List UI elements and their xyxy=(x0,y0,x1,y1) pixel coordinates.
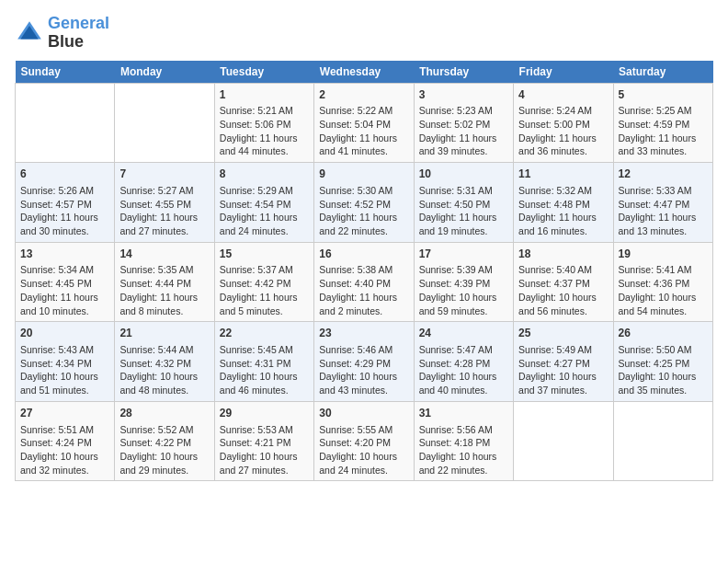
day-number: 13 xyxy=(20,247,109,262)
calendar-cell: 25Sunrise: 5:49 AM Sunset: 4:27 PM Dayli… xyxy=(514,322,613,402)
calendar-table: SundayMondayTuesdayWednesdayThursdayFrid… xyxy=(15,61,713,482)
calendar-cell: 6Sunrise: 5:26 AM Sunset: 4:57 PM Daylig… xyxy=(16,163,115,243)
cell-info: Sunrise: 5:25 AM Sunset: 4:59 PM Dayligh… xyxy=(619,104,708,158)
day-number: 11 xyxy=(518,167,608,182)
day-number: 22 xyxy=(220,326,309,341)
cell-info: Sunrise: 5:26 AM Sunset: 4:57 PM Dayligh… xyxy=(20,184,109,238)
day-number: 9 xyxy=(319,167,408,182)
cell-info: Sunrise: 5:39 AM Sunset: 4:39 PM Dayligh… xyxy=(419,263,508,317)
cell-info: Sunrise: 5:31 AM Sunset: 4:50 PM Dayligh… xyxy=(419,184,508,238)
calendar-cell: 20Sunrise: 5:43 AM Sunset: 4:34 PM Dayli… xyxy=(16,322,115,402)
calendar-cell: 29Sunrise: 5:53 AM Sunset: 4:21 PM Dayli… xyxy=(214,401,313,481)
cell-info: Sunrise: 5:55 AM Sunset: 4:20 PM Dayligh… xyxy=(319,423,408,477)
day-number: 1 xyxy=(220,87,309,103)
calendar-cell: 24Sunrise: 5:47 AM Sunset: 4:28 PM Dayli… xyxy=(414,322,513,402)
weekday-header-monday: Monday xyxy=(115,61,214,84)
cell-info: Sunrise: 5:33 AM Sunset: 4:47 PM Dayligh… xyxy=(619,184,708,238)
day-number: 16 xyxy=(319,247,408,262)
day-number: 29 xyxy=(220,406,309,421)
weekday-header-sunday: Sunday xyxy=(16,61,115,84)
cell-info: Sunrise: 5:32 AM Sunset: 4:48 PM Dayligh… xyxy=(518,184,608,238)
cell-info: Sunrise: 5:41 AM Sunset: 4:36 PM Dayligh… xyxy=(619,263,708,317)
day-number: 30 xyxy=(319,406,408,421)
day-number: 17 xyxy=(419,247,508,262)
weekday-header-friday: Friday xyxy=(514,61,613,84)
calendar-cell: 17Sunrise: 5:39 AM Sunset: 4:39 PM Dayli… xyxy=(414,242,513,322)
cell-info: Sunrise: 5:21 AM Sunset: 5:06 PM Dayligh… xyxy=(220,104,309,158)
logo-text: General Blue xyxy=(48,15,109,52)
day-number: 5 xyxy=(619,87,708,103)
cell-info: Sunrise: 5:50 AM Sunset: 4:25 PM Dayligh… xyxy=(619,343,708,397)
cell-info: Sunrise: 5:43 AM Sunset: 4:34 PM Dayligh… xyxy=(20,343,109,397)
weekday-header-saturday: Saturday xyxy=(613,61,712,84)
day-number: 15 xyxy=(220,247,309,262)
calendar-cell: 19Sunrise: 5:41 AM Sunset: 4:36 PM Dayli… xyxy=(613,242,712,322)
cell-info: Sunrise: 5:51 AM Sunset: 4:24 PM Dayligh… xyxy=(20,423,109,477)
weekday-header-thursday: Thursday xyxy=(414,61,513,84)
day-number: 14 xyxy=(119,247,209,262)
day-number: 3 xyxy=(419,87,508,103)
calendar-cell: 13Sunrise: 5:34 AM Sunset: 4:45 PM Dayli… xyxy=(16,242,115,322)
calendar-week-3: 13Sunrise: 5:34 AM Sunset: 4:45 PM Dayli… xyxy=(16,242,713,322)
calendar-cell: 8Sunrise: 5:29 AM Sunset: 4:54 PM Daylig… xyxy=(214,163,313,243)
day-number: 10 xyxy=(419,167,508,182)
calendar-cell: 31Sunrise: 5:56 AM Sunset: 4:18 PM Dayli… xyxy=(414,401,513,481)
cell-info: Sunrise: 5:46 AM Sunset: 4:29 PM Dayligh… xyxy=(319,343,408,397)
calendar-cell: 3Sunrise: 5:23 AM Sunset: 5:02 PM Daylig… xyxy=(414,83,513,163)
day-number: 24 xyxy=(419,326,508,341)
calendar-cell: 27Sunrise: 5:51 AM Sunset: 4:24 PM Dayli… xyxy=(16,401,115,481)
day-number: 8 xyxy=(220,167,309,182)
calendar-cell: 23Sunrise: 5:46 AM Sunset: 4:29 PM Dayli… xyxy=(314,322,414,402)
calendar-cell xyxy=(613,401,712,481)
day-number: 27 xyxy=(20,406,109,421)
day-number: 7 xyxy=(119,167,209,182)
calendar-cell: 7Sunrise: 5:27 AM Sunset: 4:55 PM Daylig… xyxy=(115,163,214,243)
day-number: 20 xyxy=(20,326,109,341)
calendar-cell: 12Sunrise: 5:33 AM Sunset: 4:47 PM Dayli… xyxy=(613,163,712,243)
calendar-cell: 14Sunrise: 5:35 AM Sunset: 4:44 PM Dayli… xyxy=(115,242,214,322)
calendar-cell xyxy=(514,401,613,481)
calendar-cell: 5Sunrise: 5:25 AM Sunset: 4:59 PM Daylig… xyxy=(613,83,712,163)
day-number: 2 xyxy=(319,87,408,103)
calendar-week-5: 27Sunrise: 5:51 AM Sunset: 4:24 PM Dayli… xyxy=(16,401,713,481)
logo: General Blue xyxy=(15,15,109,52)
cell-info: Sunrise: 5:56 AM Sunset: 4:18 PM Dayligh… xyxy=(419,423,508,477)
weekday-header-tuesday: Tuesday xyxy=(214,61,313,84)
cell-info: Sunrise: 5:29 AM Sunset: 4:54 PM Dayligh… xyxy=(220,184,309,238)
calendar-cell: 16Sunrise: 5:38 AM Sunset: 4:40 PM Dayli… xyxy=(314,242,414,322)
calendar-cell: 10Sunrise: 5:31 AM Sunset: 4:50 PM Dayli… xyxy=(414,163,513,243)
calendar-cell: 26Sunrise: 5:50 AM Sunset: 4:25 PM Dayli… xyxy=(613,322,712,402)
calendar-cell: 18Sunrise: 5:40 AM Sunset: 4:37 PM Dayli… xyxy=(514,242,613,322)
cell-info: Sunrise: 5:23 AM Sunset: 5:02 PM Dayligh… xyxy=(419,104,508,158)
calendar-cell: 15Sunrise: 5:37 AM Sunset: 4:42 PM Dayli… xyxy=(214,242,313,322)
calendar-cell: 9Sunrise: 5:30 AM Sunset: 4:52 PM Daylig… xyxy=(314,163,414,243)
calendar-cell: 4Sunrise: 5:24 AM Sunset: 5:00 PM Daylig… xyxy=(514,83,613,163)
calendar-week-2: 6Sunrise: 5:26 AM Sunset: 4:57 PM Daylig… xyxy=(16,163,713,243)
day-number: 21 xyxy=(119,326,209,341)
calendar-cell: 30Sunrise: 5:55 AM Sunset: 4:20 PM Dayli… xyxy=(314,401,414,481)
calendar-cell: 28Sunrise: 5:52 AM Sunset: 4:22 PM Dayli… xyxy=(115,401,214,481)
calendar-cell: 21Sunrise: 5:44 AM Sunset: 4:32 PM Dayli… xyxy=(115,322,214,402)
day-number: 6 xyxy=(20,167,109,182)
cell-info: Sunrise: 5:44 AM Sunset: 4:32 PM Dayligh… xyxy=(119,343,209,397)
calendar-week-4: 20Sunrise: 5:43 AM Sunset: 4:34 PM Dayli… xyxy=(16,322,713,402)
calendar-cell xyxy=(16,83,115,163)
day-number: 26 xyxy=(619,326,708,341)
day-number: 18 xyxy=(518,247,608,262)
day-number: 25 xyxy=(518,326,608,341)
calendar-week-1: 1Sunrise: 5:21 AM Sunset: 5:06 PM Daylig… xyxy=(16,83,713,163)
cell-info: Sunrise: 5:40 AM Sunset: 4:37 PM Dayligh… xyxy=(518,263,608,317)
day-number: 12 xyxy=(619,167,708,182)
day-number: 23 xyxy=(319,326,408,341)
calendar-cell: 2Sunrise: 5:22 AM Sunset: 5:04 PM Daylig… xyxy=(314,83,414,163)
cell-info: Sunrise: 5:37 AM Sunset: 4:42 PM Dayligh… xyxy=(220,263,309,317)
page-header: General Blue xyxy=(15,15,713,52)
calendar-body: 1Sunrise: 5:21 AM Sunset: 5:06 PM Daylig… xyxy=(16,83,713,481)
day-number: 28 xyxy=(119,406,209,421)
cell-info: Sunrise: 5:49 AM Sunset: 4:27 PM Dayligh… xyxy=(518,343,608,397)
calendar-header: SundayMondayTuesdayWednesdayThursdayFrid… xyxy=(16,61,713,84)
cell-info: Sunrise: 5:38 AM Sunset: 4:40 PM Dayligh… xyxy=(319,263,408,317)
calendar-cell: 11Sunrise: 5:32 AM Sunset: 4:48 PM Dayli… xyxy=(514,163,613,243)
cell-info: Sunrise: 5:27 AM Sunset: 4:55 PM Dayligh… xyxy=(119,184,209,238)
weekday-row: SundayMondayTuesdayWednesdayThursdayFrid… xyxy=(16,61,713,84)
